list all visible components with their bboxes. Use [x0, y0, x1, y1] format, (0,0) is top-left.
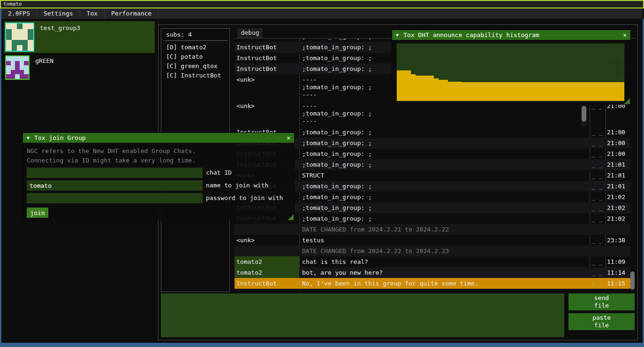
- avatar-pixel: [28, 40, 33, 46]
- message-status: _ _: [591, 170, 605, 179]
- message-scrollbar-thumb[interactable]: [582, 106, 586, 122]
- avatar-pixel: [15, 56, 20, 61]
- resize-grip[interactable]: [624, 98, 630, 104]
- histogram-bar: [406, 70, 411, 101]
- avatar-pixel: [12, 45, 17, 51]
- join-input-password-to-join-with[interactable]: [27, 193, 203, 203]
- histogram-bar: [424, 76, 429, 101]
- histogram-bar: [429, 76, 434, 101]
- message-text: ;tomato_in_group: ;: [302, 192, 587, 201]
- tab-debug[interactable]: debug: [237, 28, 263, 38]
- message-text: ;tomato_in_group: ;: [302, 138, 587, 147]
- avatar-pixel: [12, 23, 17, 29]
- join-input-name-to-join-with[interactable]: [27, 180, 203, 191]
- close-icon[interactable]: ✕: [287, 134, 290, 141]
- histogram-bar: [568, 82, 573, 101]
- message-time: 21:00: [607, 138, 630, 147]
- histogram-bar: [517, 82, 522, 101]
- window-frame-bottom: [0, 343, 644, 347]
- avatar-pixel: [24, 70, 29, 75]
- menu-item-tox[interactable]: Tox: [80, 8, 105, 19]
- join-group-window: ▼ Tox join Group ✕ NGC refers to the New…: [23, 132, 295, 221]
- menu-bar: 2.0FPSSettingsToxPerformance: [1, 8, 643, 19]
- sender-name: [236, 246, 299, 256]
- menu-item-settings[interactable]: Settings: [37, 8, 80, 19]
- avatar-pixel: [6, 61, 11, 66]
- window-title: tomato: [3, 1, 22, 7]
- sender-name: <unk>: [236, 74, 299, 100]
- histogram-bar: [503, 82, 508, 101]
- message-text: ;tomato_in_group: ;: [302, 148, 587, 158]
- avatar-pixel: [24, 61, 29, 66]
- join-field-label: chat ID: [206, 169, 232, 176]
- histogram-bar: [457, 82, 462, 101]
- sub-member-InstructBot[interactable]: [C] InstructBot: [166, 72, 221, 79]
- histogram-bar: [583, 82, 587, 101]
- collapse-icon[interactable]: ▼: [396, 32, 399, 38]
- menu-item-performance[interactable]: Performance: [105, 8, 159, 19]
- histogram-bar: [462, 82, 466, 101]
- subs-count-label: subs: 4: [166, 31, 192, 38]
- sub-member-potato[interactable]: [C] potato: [166, 53, 203, 60]
- join-field-row: name to join with: [27, 180, 290, 191]
- histogram-bar: [531, 82, 536, 101]
- subs-separator: [164, 40, 227, 41]
- histogram-bar: [536, 82, 541, 101]
- paste-file-button[interactable]: paste file: [568, 313, 635, 330]
- message-time: 21:02: [607, 192, 630, 200]
- histogram-bar: [466, 82, 471, 101]
- os-titlebar[interactable]: tomato: [0, 0, 644, 8]
- histogram-bar: [606, 82, 610, 101]
- join-field-row: chat ID: [27, 168, 290, 178]
- histogram-bar: [480, 82, 485, 101]
- message-input[interactable]: [161, 293, 564, 337]
- histogram-bar: [527, 82, 531, 101]
- sender-name: InstructBot: [236, 39, 299, 42]
- histogram-bar: [541, 82, 546, 101]
- message-time: 21:01: [607, 181, 630, 190]
- message-time: 21:01: [607, 170, 630, 179]
- menu-item-2-0fps[interactable]: 2.0FPS: [1, 8, 37, 19]
- join-input-chat-id[interactable]: [27, 168, 203, 178]
- message-text: ;tomato_in_group: ;: [302, 181, 587, 190]
- avatar-pixel: [11, 74, 15, 79]
- avatar-pixel: [15, 65, 20, 70]
- avatar-pixel: [28, 34, 33, 40]
- avatar-pixel: [12, 34, 17, 40]
- message-text: testus: [302, 235, 587, 244]
- chat-scrollbar-thumb[interactable]: [630, 271, 635, 290]
- message-status: [591, 224, 605, 226]
- sender-name: tomato2: [235, 256, 299, 267]
- close-icon[interactable]: ✕: [623, 31, 627, 39]
- histogram-window-titlebar[interactable]: ▼ Tox DHT announce capability histogram …: [392, 30, 630, 40]
- histogram-bar: [596, 82, 601, 101]
- histogram-bar: [591, 82, 596, 101]
- histogram-bar: [564, 82, 568, 101]
- join-window-titlebar[interactable]: ▼ Tox join Group ✕: [23, 133, 294, 143]
- sub-member-tomato2[interactable]: [D] tomato2: [166, 44, 206, 51]
- sub-member-green_qtox[interactable]: [C] green_qtox: [166, 62, 218, 69]
- avatar-pixel: [17, 29, 23, 35]
- message-status: _ _: [591, 235, 605, 244]
- message-status: [591, 246, 605, 247]
- avatar-pixel: [20, 70, 24, 75]
- send-file-button[interactable]: send file: [568, 293, 635, 310]
- message-time: 21:02: [607, 202, 630, 211]
- histogram-bar: [434, 78, 439, 101]
- join-fields: chat IDname to join withpassword to join…: [27, 168, 290, 203]
- group-item-gREEN[interactable]: gREEN: [4, 54, 155, 80]
- avatar-pixel: [17, 34, 23, 40]
- avatar-pixel: [20, 56, 24, 61]
- join-window-body: NGC refers to the New DHT enabled Group …: [23, 143, 294, 221]
- histogram-bar: [397, 70, 402, 101]
- histogram-bar: [508, 82, 513, 101]
- avatar-pixel: [23, 45, 28, 51]
- join-button[interactable]: join: [27, 208, 48, 218]
- resize-grip[interactable]: [288, 214, 294, 220]
- avatar-pixel: [6, 74, 11, 79]
- message-status: _ _: [591, 213, 605, 222]
- histogram-bar: [559, 82, 564, 101]
- avatar-pixel: [23, 34, 28, 40]
- group-item-test_group3[interactable]: test_group3: [4, 21, 155, 53]
- collapse-icon[interactable]: ▼: [27, 135, 30, 140]
